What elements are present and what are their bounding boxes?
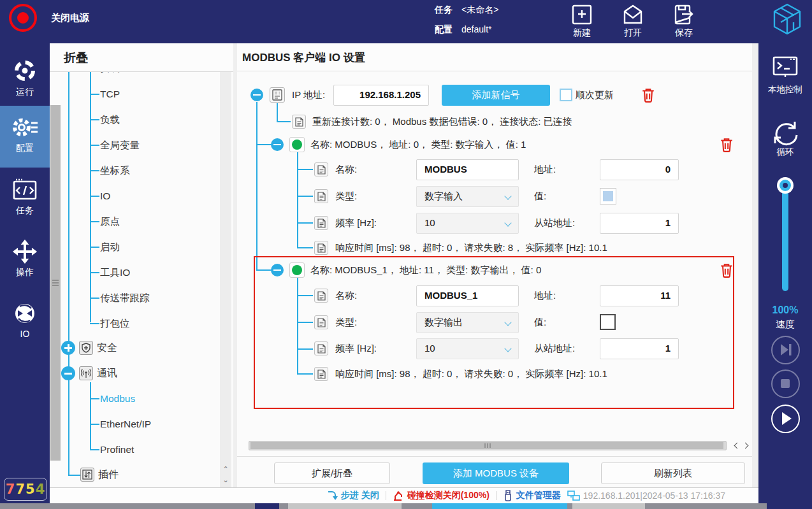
tree-item-install[interactable]: 安装: [100, 72, 120, 75]
local-control-label: 本地控制: [758, 84, 812, 96]
tree-item-profinet[interactable]: Profinet: [100, 443, 134, 457]
tree-scroll-up-button[interactable]: ⌃: [220, 464, 231, 475]
tree-item-startup[interactable]: 启动: [100, 240, 120, 254]
tree-item-plugin[interactable]: 插件: [98, 468, 119, 482]
tree-item-payload[interactable]: 负载: [100, 113, 120, 127]
address-input[interactable]: 11: [600, 285, 679, 306]
new-label: 新建: [573, 27, 591, 38]
connector-line: [256, 144, 272, 145]
value-checkbox[interactable]: [600, 314, 616, 330]
tree-item-tcp[interactable]: TCP: [100, 87, 120, 101]
type-dropdown[interactable]: 数字输出: [416, 312, 519, 333]
address-input[interactable]: 0: [600, 159, 679, 180]
nav-item-task-label: 任务: [0, 205, 50, 217]
open-button[interactable]: 打开: [615, 4, 651, 39]
tree-item-ethernet-ip[interactable]: EtherNet/IP: [100, 417, 151, 431]
badge-digit: 4: [36, 482, 46, 497]
tree-scrollbar-track[interactable]: [220, 72, 231, 487]
expand-collapse-button[interactable]: 扩展/折叠: [274, 462, 390, 484]
power-button[interactable]: [9, 4, 37, 32]
tree-item-safety[interactable]: 安全: [97, 341, 117, 355]
shield-icon: [79, 341, 93, 355]
speed-slider-knob[interactable]: [777, 177, 794, 194]
hidden-panel-segment: [432, 503, 567, 509]
nav-item-operate[interactable]: 操作: [0, 230, 50, 292]
tree-item-coordinate[interactable]: 坐标系: [100, 164, 130, 178]
slave-address-label: 从站地址:: [534, 341, 575, 355]
save-button[interactable]: 保存: [666, 4, 702, 39]
add-modbus-device-button[interactable]: 添加 MODBUS 设备: [423, 462, 569, 484]
nav-item-io[interactable]: IO: [0, 292, 50, 354]
loop-icon[interactable]: [771, 118, 799, 147]
scroll-right-button[interactable]: [742, 441, 752, 451]
tree-item-conveyor[interactable]: 传送带跟踪: [100, 291, 150, 305]
expand-safety-button[interactable]: [61, 341, 75, 355]
frequency-dropdown[interactable]: 10: [416, 338, 519, 359]
field-doc-icon: [314, 341, 328, 355]
open-label: 打开: [624, 27, 642, 38]
add-signal-button[interactable]: 添加新信号: [442, 85, 550, 106]
new-button[interactable]: 新建: [564, 4, 600, 39]
tree-scroll-down-button[interactable]: ⌄: [220, 475, 231, 485]
task-label: 任务: [435, 4, 453, 15]
move-arrows-icon: [11, 239, 39, 264]
stop-button[interactable]: [771, 369, 800, 398]
step-forward-button[interactable]: [771, 336, 800, 364]
field-doc-icon: [314, 216, 328, 230]
tree-scrollbar-thumb[interactable]: [50, 105, 61, 461]
collapse-signal-button[interactable]: [271, 138, 284, 151]
collision-detection-status[interactable]: 碰撞检测关闭(100%): [393, 490, 489, 501]
divider: [237, 456, 752, 457]
horizontal-scrollbar-track[interactable]: [249, 441, 727, 450]
tree-item-communication[interactable]: 通讯: [97, 366, 117, 380]
refresh-list-button[interactable]: 刷新列表: [601, 462, 745, 484]
task-row: 任务<未命名>: [435, 4, 498, 16]
slave-address-input[interactable]: 1: [600, 213, 679, 234]
name-input[interactable]: MODBUS_1: [416, 285, 519, 306]
value-checkbox[interactable]: [600, 188, 616, 204]
step-mode-status[interactable]: 步进 关闭: [327, 490, 379, 501]
name-input[interactable]: MODBUS: [416, 159, 519, 180]
hidden-panel-segment: [255, 503, 279, 509]
play-button[interactable]: [771, 405, 800, 433]
save-label: 保存: [675, 27, 693, 38]
local-control-icon[interactable]: [772, 56, 799, 82]
delete-signal-button[interactable]: [720, 137, 734, 152]
tree-item-tool-io[interactable]: 工具IO: [100, 266, 130, 280]
new-file-icon: [570, 4, 593, 25]
value-label: 值:: [534, 189, 546, 203]
address-label: 地址:: [534, 289, 556, 303]
speed-slider-track[interactable]: [782, 182, 788, 291]
tree-item-io[interactable]: IO: [100, 189, 110, 203]
nav-item-configure[interactable]: 配置: [0, 106, 50, 168]
tree-item-palletizing[interactable]: 打包位: [100, 317, 130, 331]
ip-address-input[interactable]: 192.168.1.205: [333, 85, 429, 106]
separator: [386, 491, 386, 500]
config-row: 配置default*: [435, 24, 491, 36]
tree-header[interactable]: 折叠: [50, 43, 233, 72]
collapse-device-button[interactable]: [250, 89, 263, 101]
robot-arm-icon: [393, 490, 404, 501]
power-icon: [17, 12, 29, 24]
tree-item-global-vars[interactable]: 全局变量: [100, 138, 140, 152]
collapse-comm-button[interactable]: [61, 366, 75, 380]
nav-item-task[interactable]: 任务: [0, 168, 50, 230]
connector-line: [297, 222, 313, 224]
network-status[interactable]: 192.168.1.201|2024-05-13 17:16:37: [567, 490, 725, 501]
device-icon: [270, 87, 285, 103]
frequency-dropdown[interactable]: 10: [416, 213, 519, 234]
chevron-down-icon: [504, 345, 511, 352]
delete-device-button[interactable]: [641, 87, 655, 103]
slave-address-input[interactable]: 1: [600, 338, 679, 359]
nav-item-run[interactable]: 运行: [0, 50, 50, 111]
tree-item-home[interactable]: 原点: [100, 215, 120, 229]
file-manager-link[interactable]: 文件管理器: [503, 490, 561, 501]
sequential-update-checkbox[interactable]: [560, 89, 572, 101]
horizontal-scrollbar-thumb[interactable]: [250, 442, 723, 449]
collapse-signal-button[interactable]: [271, 264, 284, 276]
tree-item-modbus[interactable]: Modbus: [100, 392, 135, 406]
page-header: MODBUS 客户端 IO 设置: [237, 43, 752, 71]
type-dropdown[interactable]: 数字输入: [416, 186, 519, 207]
scroll-left-button[interactable]: [732, 441, 742, 451]
delete-signal-button[interactable]: [720, 262, 734, 278]
